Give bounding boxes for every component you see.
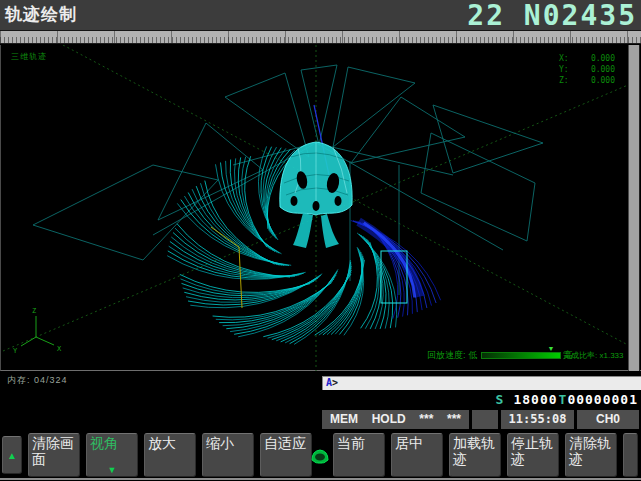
softkey-fit-view[interactable]: 自适应 <box>260 433 312 477</box>
command-input[interactable]: A> <box>322 376 641 390</box>
axis-row-x: X: 0.000 <box>559 54 615 63</box>
spindle-tool-readout: S18000T00000001 <box>496 392 638 407</box>
axis-z-label: Z: <box>559 76 569 85</box>
up-arrow-icon: ▲ <box>7 450 17 461</box>
softkey-label: 清除画面 <box>32 435 74 467</box>
dome-indicator-icon <box>310 448 330 465</box>
titlebar: 轨迹绘制 22 N02435 <box>0 0 641 30</box>
axis-x-value: 0.000 <box>591 54 615 63</box>
status-blank-box <box>472 410 498 429</box>
axis-row-y: Y: 0.000 <box>559 65 615 74</box>
plot-scrollbar[interactable] <box>628 45 640 371</box>
softkey-label: 视角 <box>90 435 118 451</box>
softkey-load-trace[interactable]: 加载轨迹 <box>449 433 501 477</box>
command-prompt-gt: > <box>332 377 338 388</box>
memory-indicator: 内存: 04/324 <box>7 374 68 387</box>
triad-x-label: X <box>57 345 62 353</box>
playback-label: 回放速度: <box>427 349 466 362</box>
softkey-label: 缩小 <box>206 435 234 451</box>
playback-slider[interactable]: ▼ <box>481 352 561 359</box>
softkey-view-angle[interactable]: 视角 ▼ <box>86 433 138 477</box>
completion-value: x1.333 <box>599 351 623 360</box>
playback-speed-control: 回放速度: 低 ▼ 高 <box>427 349 573 362</box>
axis-y-value: 0.000 <box>591 65 615 74</box>
tool-value: 00000001 <box>567 392 638 407</box>
axis-y-label: Y: <box>559 65 569 74</box>
softkey-page-up-button[interactable]: ▲ <box>2 436 22 474</box>
status-flag-1: *** <box>419 410 433 429</box>
spindle-value: 18000 <box>513 392 557 407</box>
softkey-label: 加载轨迹 <box>453 435 495 467</box>
softkey-label: 停止轨迹 <box>511 435 553 467</box>
completion-label: 完成比率: <box>563 351 597 360</box>
bottom-divider <box>0 478 641 480</box>
plot-area: ZYX 三维轨迹 X: 0.000 Y: 0.000 Z: 0.000 回放速度… <box>0 45 641 371</box>
softkey-stop-trace[interactable]: 停止轨迹 <box>507 433 559 477</box>
softkey-zoom-out[interactable]: 缩小 <box>202 433 254 477</box>
axis-x-label: X: <box>559 54 569 63</box>
axis-row-z: Z: 0.000 <box>559 76 615 85</box>
ruler-strip <box>0 30 641 44</box>
status-flag-2: *** <box>447 410 461 429</box>
view-mode-label: 三维轨迹 <box>11 51 47 62</box>
softkey-label: 当前 <box>337 435 365 451</box>
channel-indicator: CH0 <box>577 410 639 429</box>
down-arrow-icon: ▼ <box>108 466 117 475</box>
softkey-clear-screen[interactable]: 清除画面 <box>28 433 80 477</box>
softkey-current[interactable]: 当前 <box>333 433 385 477</box>
completion-ratio: 完成比率: x1.333 <box>563 350 624 361</box>
cnc-trace-screen: 轨迹绘制 22 N02435 ZYX 三维轨迹 X: 0.000 Y: 0.00… <box>0 0 641 481</box>
axis-z-value: 0.000 <box>591 76 615 85</box>
softkey-zoom-in[interactable]: 放大 <box>144 433 196 477</box>
toolpath-plot: ZYX <box>3 45 628 371</box>
softkey-label: 自适应 <box>264 435 306 451</box>
triad-z-label: Z <box>32 307 36 315</box>
mode-indicator: MEM <box>330 410 358 429</box>
slider-thumb-icon[interactable]: ▼ <box>548 345 555 352</box>
softkey-label: 放大 <box>148 435 176 451</box>
program-number: 22 N02435 <box>467 0 637 32</box>
softkey-label: 居中 <box>395 435 423 451</box>
hold-indicator: HOLD <box>372 410 406 429</box>
position-readout: X: 0.000 Y: 0.000 Z: 0.000 <box>559 54 615 87</box>
clock: 11:55:08 <box>501 410 574 429</box>
triad-y-label: Y <box>13 347 18 355</box>
spindle-label: S <box>496 392 505 407</box>
playback-low-label: 低 <box>469 349 478 362</box>
page-title: 轨迹绘制 <box>5 3 77 26</box>
machine-status-box: MEM HOLD *** *** <box>322 410 469 429</box>
softkey-center[interactable]: 居中 <box>391 433 443 477</box>
softkey-clear-trace[interactable]: 清除轨迹 <box>565 433 617 477</box>
softkey-blank[interactable] <box>623 433 638 477</box>
softkey-label: 清除轨迹 <box>569 435 611 467</box>
